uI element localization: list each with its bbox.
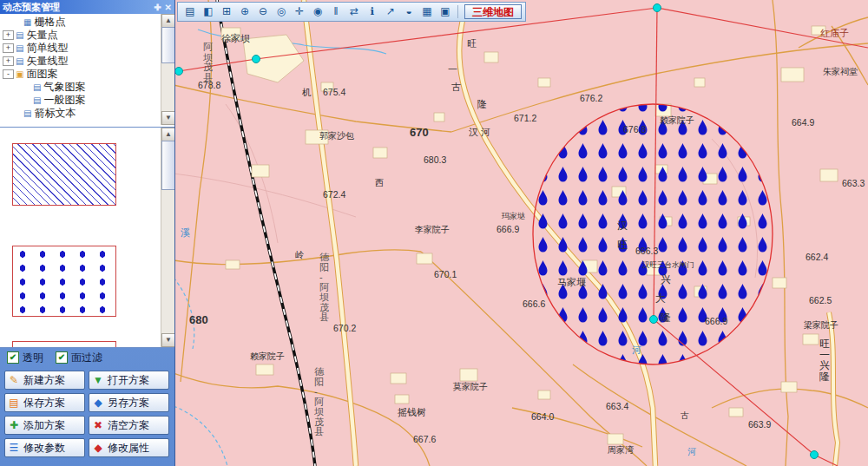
button-label: 修改属性 <box>108 441 149 456</box>
map-label: 680.3 <box>424 154 446 165</box>
area-filter-checkbox[interactable]: ✔面过滤 <box>56 351 102 365</box>
map-label: 一 <box>448 64 457 75</box>
map-3d-button[interactable]: 三维地图 <box>464 4 522 19</box>
tree-scrollbar[interactable]: ▲ ▼ <box>161 14 174 125</box>
scroll-down-icon[interactable]: ▼ <box>161 111 174 125</box>
checkbox-box[interactable]: ✔ <box>56 351 68 364</box>
tree-item-vector-line[interactable]: +▤矢量线型 <box>0 55 174 68</box>
map-label: 河 <box>687 447 696 456</box>
map-layers-icon[interactable]: ▤ <box>181 4 199 19</box>
tree-node-icon: ▦ <box>23 16 31 29</box>
area-pattern-circle[interactable] <box>533 104 773 364</box>
map-label: 摇钱树 <box>398 407 426 417</box>
scroll-down-icon[interactable]: ▼ <box>161 333 174 347</box>
tree-item-area-pattern[interactable]: -▣面图案 <box>0 68 174 81</box>
zoom-in-icon[interactable]: ⊕ <box>236 4 253 19</box>
close-icon[interactable]: ✕ <box>165 3 172 12</box>
zoom-back-icon[interactable]: ◎ <box>273 4 290 19</box>
checkbox-box[interactable]: ✔ <box>7 351 19 364</box>
map-label: 梁家院子 <box>804 320 838 330</box>
expand-icon[interactable]: + <box>3 43 14 53</box>
map-label: 旺 <box>467 38 477 49</box>
zoom-out-icon[interactable]: ⊖ <box>254 4 272 19</box>
checkbox-label: 透明 <box>23 351 43 365</box>
add-plan-button[interactable]: ✚添加方案 <box>4 416 85 435</box>
pin-icon[interactable]: ✚ <box>154 3 161 12</box>
map-label: 汉旺三台水闸门 <box>642 260 694 269</box>
export-icon[interactable]: ↗ <box>382 4 399 19</box>
grid-icon[interactable]: ⊞ <box>218 4 235 19</box>
map-canvas[interactable]: 徐家坝红庙子朱家祠堂678.8机675.4671.2676.2676.8赖家院子… <box>174 0 868 466</box>
map-label: 663.9 <box>748 419 771 430</box>
droplet-pattern-swatch[interactable] <box>12 246 116 317</box>
tree-node-icon: ▤ <box>33 81 41 94</box>
map-label: 红庙子 <box>820 28 849 38</box>
button-label: 添加方案 <box>23 418 65 433</box>
open-plan-button[interactable]: ▼打开方案 <box>89 371 169 390</box>
toolbar-separator <box>457 5 458 18</box>
map-label: 赖家院子 <box>660 115 694 125</box>
hatch-pattern-swatch[interactable] <box>12 143 116 206</box>
pause-icon[interactable]: ‖ <box>327 4 345 19</box>
button-label: 清空方案 <box>108 418 149 433</box>
pan-icon[interactable]: ✛ <box>291 4 308 19</box>
map-label: 古 <box>681 410 689 420</box>
button-label: 另存方案 <box>108 396 149 410</box>
new-plan-button[interactable]: ✎新建方案 <box>4 371 85 390</box>
tree-node-icon: ▤ <box>23 107 31 120</box>
vertex-handle[interactable] <box>654 4 661 12</box>
dual-map-icon[interactable]: ◧ <box>200 4 217 19</box>
tree-item-weather-pattern[interactable]: ▤气象图案 <box>0 81 174 94</box>
save-plan-button[interactable]: ▤保存方案 <box>4 393 85 412</box>
tree-item-general-pattern[interactable]: ▤一般图案 <box>0 94 174 107</box>
zoom-select-icon[interactable]: ◉ <box>309 4 326 19</box>
plan-buttons: ✎新建方案▼打开方案▤保存方案◆另存方案✚添加方案✖清空方案☰修改参数◆修改属性 <box>0 367 174 466</box>
modify-attrs-button[interactable]: ◆修改属性 <box>89 438 169 457</box>
vertex-handle[interactable] <box>650 316 658 324</box>
map-label: 隆 <box>661 312 671 324</box>
map-label: 旺一兴隆 <box>819 338 830 383</box>
map-label: 马家堰 <box>557 277 586 287</box>
save-icon[interactable]: ▣ <box>437 4 454 19</box>
refresh-icon[interactable]: ⇄ <box>345 4 363 19</box>
map-viewport[interactable]: 徐家坝红庙子朱家祠堂678.8机675.4671.2676.2676.8赖家院子… <box>174 0 868 466</box>
vertex-handle[interactable] <box>253 56 260 63</box>
save-plan-button-icon: ▤ <box>8 397 20 409</box>
scroll-up-icon[interactable]: ▲ <box>161 14 174 28</box>
globe-icon[interactable]: ◒ <box>400 4 418 19</box>
print-icon[interactable]: ▦ <box>418 4 436 19</box>
expand-spacer <box>12 17 22 27</box>
tree-item-label: 箭标文本 <box>34 107 76 120</box>
expand-icon[interactable]: + <box>3 56 14 66</box>
expand-spacer <box>22 95 31 105</box>
clear-plan-button[interactable]: ✖清空方案 <box>89 416 169 435</box>
map-label: 大 <box>655 292 666 305</box>
map-label: 670.2 <box>333 323 356 333</box>
expand-icon[interactable]: - <box>3 69 14 79</box>
tree-item-vector-point[interactable]: +▤矢量点 <box>0 29 174 42</box>
partial-pattern-swatch[interactable] <box>12 341 116 348</box>
modify-params-button[interactable]: ☰修改参数 <box>4 438 85 457</box>
vertex-handle[interactable] <box>811 451 819 459</box>
tree-item-simple-line[interactable]: +▤简单线型 <box>0 42 174 55</box>
scroll-thumb[interactable] <box>161 141 174 190</box>
map-label: 670 <box>410 126 429 139</box>
map-label: 675.4 <box>323 87 345 97</box>
tree-item-label: 气象图案 <box>43 81 85 94</box>
tree-node-icon: ▣ <box>16 68 23 81</box>
preview-scrollbar[interactable]: ▲ ▼ <box>161 128 174 347</box>
tree-item-arrow-text[interactable]: ▤箭标文本 <box>0 107 174 120</box>
map-label: 周家湾 <box>608 445 634 455</box>
scroll-thumb[interactable] <box>161 27 174 63</box>
map-label: 680 <box>189 313 208 326</box>
map-label: 676.8 <box>623 124 646 135</box>
info-icon[interactable]: ℹ <box>364 4 381 19</box>
plan-manager-panel: 动态预案管理 ✚ ✕ ▲ ▼ ▦栅格点+▤矢量点+▤简单线型+▤矢量线型-▣面图… <box>0 0 175 466</box>
modify-params-button-icon: ☰ <box>8 442 20 454</box>
tree-item-grid-point[interactable]: ▦栅格点 <box>0 16 174 29</box>
vertex-handle[interactable] <box>175 68 183 75</box>
expand-icon[interactable]: + <box>3 30 14 40</box>
save-as-plan-button[interactable]: ◆另存方案 <box>89 393 169 412</box>
transparent-checkbox[interactable]: ✔透明 <box>7 351 43 365</box>
scroll-up-icon[interactable]: ▲ <box>161 128 174 141</box>
